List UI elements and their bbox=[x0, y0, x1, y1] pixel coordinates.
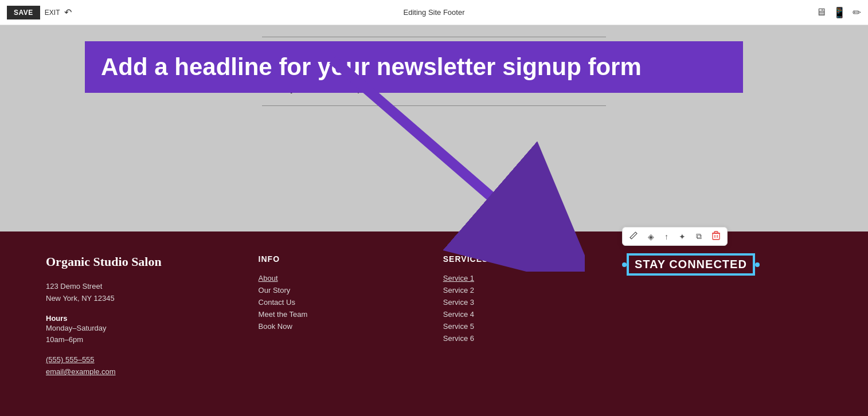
info-heading: INFO bbox=[259, 254, 397, 264]
service-6-link[interactable]: Service 6 bbox=[443, 334, 582, 343]
footer-connected-column: ◈ ↑ ✦ ⧉ STAY CONNECTED bbox=[628, 254, 822, 403]
footer-link-meetteam[interactable]: Meet the Team bbox=[259, 310, 397, 319]
move-up-button[interactable]: ↑ bbox=[662, 231, 671, 242]
brand-name: Organic Studio Salon bbox=[46, 254, 213, 269]
toolbar-title: Editing Site Footer bbox=[404, 8, 465, 17]
edit-tool-button[interactable] bbox=[627, 230, 640, 242]
footer: Organic Studio Salon 123 Demo Street New… bbox=[0, 231, 868, 416]
svg-line-2 bbox=[630, 238, 632, 240]
duplicate-button[interactable]: ⧉ bbox=[694, 230, 704, 242]
delete-button[interactable] bbox=[710, 230, 722, 243]
service-2-link[interactable]: Service 2 bbox=[443, 286, 582, 295]
footer-phone[interactable]: (555) 555–555 bbox=[46, 355, 213, 364]
footer-info-column: INFO About Our Story Contact Us Meet the… bbox=[259, 254, 397, 403]
tablet-icon[interactable]: 📱 bbox=[833, 6, 846, 19]
save-button[interactable]: SAVE bbox=[7, 6, 40, 19]
main-area: Add a headline for your newsletter signu… bbox=[0, 25, 868, 416]
service-3-link[interactable]: Service 3 bbox=[443, 298, 582, 307]
service-1-link[interactable]: Service 1 bbox=[443, 274, 582, 282]
footer-link-contact[interactable]: Contact Us bbox=[259, 298, 397, 307]
exit-button[interactable]: EXIT bbox=[45, 9, 60, 17]
diamond-tool-button[interactable]: ◈ bbox=[646, 231, 656, 242]
footer-email[interactable]: email@example.com bbox=[46, 367, 116, 376]
footer-hours: Monday–Saturday 10am–6pm bbox=[46, 323, 213, 347]
footer-link-booknow[interactable]: Book Now bbox=[259, 322, 397, 331]
toolbar-right: 🖥 📱 ✏ bbox=[816, 6, 861, 19]
service-5-link[interactable]: Service 5 bbox=[443, 322, 582, 331]
footer-services-column: SERVICES Service 1 Service 2 Service 3 S… bbox=[443, 254, 582, 403]
svg-rect-3 bbox=[713, 233, 720, 240]
desktop-icon[interactable]: 🖥 bbox=[816, 6, 826, 18]
undo-button[interactable]: ↶ bbox=[64, 7, 72, 18]
stay-connected-heading[interactable]: STAY CONNECTED bbox=[628, 254, 754, 274]
footer-address: 123 Demo Street New York, NY 12345 bbox=[46, 281, 213, 305]
service-4-link[interactable]: Service 4 bbox=[443, 310, 582, 319]
annotation-headline: Add a headline for your newsletter signu… bbox=[101, 53, 642, 80]
pin-button[interactable]: ✦ bbox=[677, 231, 688, 242]
element-toolbar: ◈ ↑ ✦ ⧉ bbox=[622, 227, 728, 246]
footer-link-ourstory[interactable]: Our Story bbox=[259, 286, 397, 295]
hours-label: Hours bbox=[46, 314, 213, 323]
edit-icon[interactable]: ✏ bbox=[853, 6, 861, 19]
footer-link-about[interactable]: About bbox=[259, 274, 397, 282]
annotation-box: Add a headline for your newsletter signu… bbox=[85, 41, 743, 93]
top-toolbar: SAVE EXIT ↶ Editing Site Footer 🖥 📱 ✏ bbox=[0, 0, 868, 25]
footer-brand-column: Organic Studio Salon 123 Demo Street New… bbox=[46, 254, 213, 403]
services-heading: SERVICES bbox=[443, 254, 582, 264]
